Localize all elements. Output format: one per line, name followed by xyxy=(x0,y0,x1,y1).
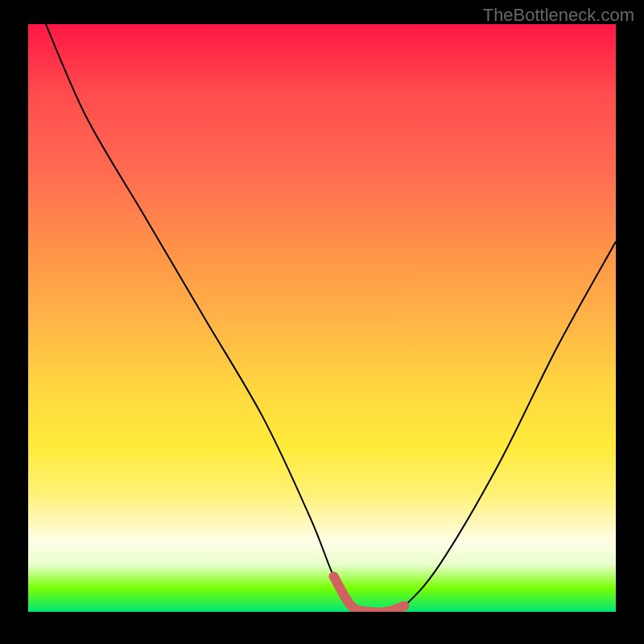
optimal-zone-marker xyxy=(334,576,405,612)
optimal-zone-endpoint xyxy=(329,572,339,581)
watermark: TheBottleneck.com xyxy=(483,5,634,26)
chart-svg xyxy=(28,24,616,612)
optimal-zone-endpoint xyxy=(399,601,409,611)
bottleneck-curve xyxy=(46,24,616,612)
chart-plot-area xyxy=(28,24,616,612)
